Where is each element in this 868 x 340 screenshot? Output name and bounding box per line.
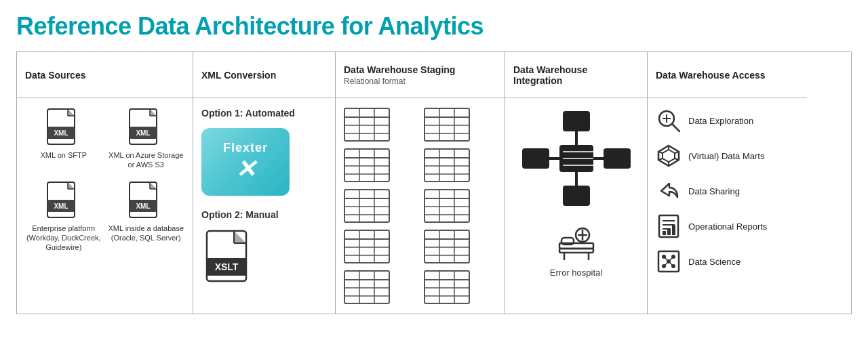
access-item-reports: Operational Reports [656,213,767,239]
svg-line-136 [669,257,673,261]
table-icon-8 [424,230,470,263]
svg-line-137 [664,261,669,266]
source-sftp-label: XML on SFTP [40,150,87,160]
hospital-section: Error hospital [550,223,602,278]
col-integration: Data Warehouse Integration [505,52,648,314]
col-xml-body: Option 1: Automated Flexter ✕ Option 2: … [193,98,335,314]
hospital-label: Error hospital [550,268,602,278]
access-label-reports: Operational Reports [688,221,767,232]
col-xml-title: XML Conversion [201,70,327,81]
xslt-icon: XSLT [201,230,262,291]
xml-db-icon: XML [128,181,163,220]
col-access-title: Data Warehouse Access [656,70,799,81]
col-staging-subtitle: Relational format [344,77,496,86]
flexter-box: Flexter ✕ [201,128,290,196]
svg-rect-93 [522,148,549,169]
col-integration-title: Data Warehouse Integration [513,64,639,86]
svg-rect-78 [344,271,389,303]
svg-rect-92 [563,186,590,206]
col-access-body: Data Exploration (Virtual) Data Marts [648,98,807,314]
col-staging: Data Warehouse Staging Relational format [336,52,505,314]
svg-text:XML: XML [54,203,68,210]
table-icon-5 [344,189,390,223]
col-integration-body: Error hospital [505,98,647,314]
svg-line-135 [664,257,669,261]
source-azure: XML XML on Azure Storage or AWS S3 [108,108,185,170]
col-staging-body [336,98,505,314]
svg-rect-91 [563,111,590,131]
flexter-label: Flexter [223,141,268,155]
col-sources: Data Sources XML XML on SFTP [17,52,193,314]
svg-rect-128 [672,226,675,235]
virtual-data-marts-icon [656,143,682,169]
xml-sftp-icon: XML [46,108,81,147]
source-azure-label: XML on Azure Storage or AWS S3 [108,150,185,170]
table-icon-9 [344,270,390,304]
xml-azure-icon: XML [128,108,163,147]
col-integration-header: Data Warehouse Integration [505,52,647,98]
svg-rect-127 [667,228,671,235]
table-icon-3 [344,148,390,182]
source-db: XML XML inside a database (Oracle, SQL S… [108,181,185,253]
col-access: Data Warehouse Access Data Exploration [648,52,807,314]
svg-rect-30 [344,108,389,141]
sources-grid: XML XML on SFTP XML XML on Azure Storage… [25,108,184,252]
hospital-icon [556,223,597,263]
access-item-datamarts: (Virtual) Data Marts [656,143,764,169]
svg-rect-94 [604,148,631,169]
access-label-sharing: Data Sharing [688,186,740,196]
data-exploration-icon [656,108,682,133]
access-label-exploration: Data Exploration [688,116,753,126]
staging-tables-grid [344,108,496,304]
access-item-exploration: Data Exploration [656,108,753,133]
svg-line-138 [669,261,673,266]
svg-text:XML: XML [136,129,151,137]
svg-rect-126 [663,231,666,235]
table-icon-1 [344,108,390,142]
source-enterprise: XML Enterprise platform (Workday, DuckCr… [25,181,102,253]
option1-label: Option 1: Automated [201,108,295,119]
col-sources-header: Data Sources [17,52,193,98]
access-item-science: Data Science [656,249,741,274]
svg-rect-60 [425,190,469,222]
svg-line-111 [672,124,679,131]
col-staging-header: Data Warehouse Staging Relational format [336,52,505,98]
svg-rect-42 [344,149,389,182]
operational-reports-icon [656,213,682,239]
col-access-header: Data Warehouse Access [648,52,807,98]
svg-rect-84 [425,271,469,303]
data-sharing-icon [656,178,682,204]
col-staging-title: Data Warehouse Staging [344,64,496,75]
page-title: Reference Data Architecture for Analytic… [16,12,852,41]
source-db-label: XML inside a database (Oracle, SQL Serve… [108,224,185,243]
table-icon-2 [424,108,470,142]
access-item-sharing: Data Sharing [656,178,740,204]
svg-rect-36 [425,108,469,141]
flexter-x-icon: ✕ [235,155,256,184]
svg-rect-66 [344,230,389,263]
access-label-science: Data Science [688,257,741,267]
xml-enterprise-icon: XML [46,181,81,220]
table-icon-10 [424,270,470,304]
col-xml-header: XML Conversion [193,52,335,98]
svg-marker-115 [663,150,675,162]
access-label-datamarts: (Virtual) Data Marts [688,151,764,161]
option2-label: Option 2: Manual [201,209,279,220]
table-icon-6 [424,189,470,223]
integration-diagram [519,108,634,209]
col-xml: XML Conversion Option 1: Automated Flext… [193,52,336,314]
svg-text:XML: XML [54,129,68,137]
svg-rect-54 [344,190,389,222]
col-sources-body: XML XML on SFTP XML XML on Azure Storage… [17,98,193,314]
svg-text:XML: XML [136,203,151,210]
svg-text:XSLT: XSLT [215,261,239,272]
col-sources-title: Data Sources [25,70,184,81]
source-enterprise-label: Enterprise platform (Workday, DuckCreek,… [25,224,102,253]
table-icon-4 [424,148,470,182]
architecture-grid: Data Sources XML XML on SFTP [16,51,852,314]
svg-rect-103 [559,249,593,253]
svg-rect-72 [425,230,469,263]
table-icon-7 [344,230,390,263]
source-sftp: XML XML on SFTP [25,108,102,170]
data-science-icon [656,249,682,274]
